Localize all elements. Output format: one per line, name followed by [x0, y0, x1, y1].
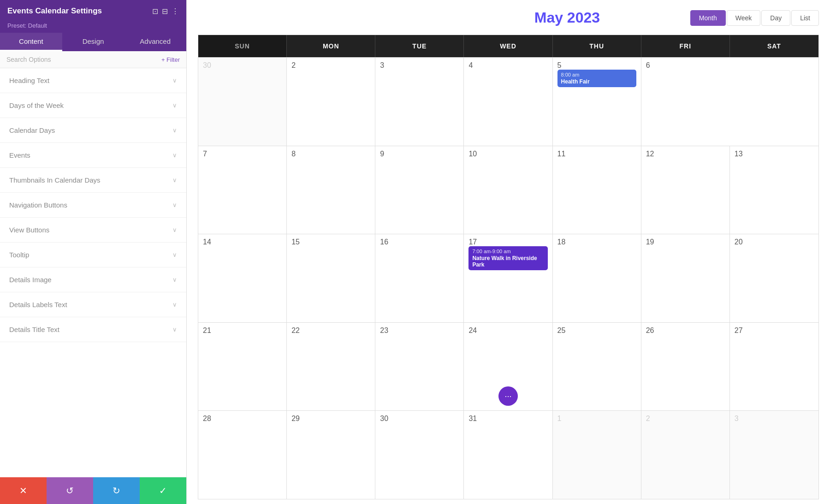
- cal-cell-14: 14: [198, 234, 287, 322]
- save-icon: ✓: [159, 485, 167, 496]
- cal-cell-apr30: 30: [198, 58, 287, 146]
- item-label: Heading Text: [9, 77, 49, 84]
- calendar-week-5: 28 29 30 31 1 2 3: [198, 410, 818, 499]
- tab-advanced[interactable]: Advanced: [124, 33, 186, 51]
- panel-item-heading-text[interactable]: Heading Text ∨: [0, 68, 186, 93]
- panel-title: Events Calendar Settings: [7, 6, 102, 16]
- cal-cell-4: 4: [464, 58, 552, 146]
- calendar-weeks: 30 2 3 4 5 8:00 am Health Fair 6 7 8 9 1: [198, 57, 818, 499]
- day-header-fri: FRI: [641, 35, 730, 57]
- cal-cell-17: 17 7:00 am-9:00 am Nature Walk in Rivers…: [464, 234, 552, 322]
- more-icon[interactable]: ⋮: [172, 7, 179, 16]
- view-day-button[interactable]: Day: [761, 10, 790, 26]
- cal-cell-29: 29: [287, 411, 375, 499]
- chevron-down-icon: ∨: [172, 251, 177, 258]
- minimize-icon[interactable]: ⊡: [152, 7, 158, 16]
- panel-items-list: Heading Text ∨ Days of the Week ∨ Calend…: [0, 68, 186, 504]
- columns-icon[interactable]: ⊟: [162, 7, 168, 16]
- panel-item-events[interactable]: Events ∨: [0, 143, 186, 168]
- cal-cell-7: 7: [198, 146, 287, 234]
- chevron-down-icon: ∨: [172, 77, 177, 84]
- event-time: 7:00 am-9:00 am: [472, 249, 544, 254]
- cancel-icon: ✕: [19, 485, 27, 496]
- cal-cell-15: 15: [287, 234, 375, 322]
- calendar-week-2: 7 8 9 10 11 12 13: [198, 146, 818, 234]
- day-header-tue: TUE: [375, 35, 464, 57]
- tab-content[interactable]: Content: [0, 33, 62, 51]
- calendar-grid: SUN MON TUE WED THU FRI SAT 30 2 3 4 5 8…: [198, 35, 819, 499]
- panel-preset: Preset: Default: [0, 20, 186, 33]
- cal-cell-jun1: 1: [553, 411, 641, 499]
- chevron-down-icon: ∨: [172, 102, 177, 109]
- cal-cell-11: 11: [553, 146, 641, 234]
- tab-design[interactable]: Design: [62, 33, 125, 51]
- cal-cell-25: 25: [553, 323, 641, 411]
- view-list-button[interactable]: List: [791, 10, 819, 26]
- item-label: Events: [9, 151, 30, 159]
- cal-cell-3: 3: [375, 58, 464, 146]
- cal-cell-19: 19: [641, 234, 730, 322]
- item-label: Thumbnails In Calendar Days: [9, 176, 101, 184]
- panel-item-details-image[interactable]: Details Image ∨: [0, 267, 186, 292]
- item-label: Navigation Buttons: [9, 201, 67, 209]
- cal-cell-23: 23: [375, 323, 464, 411]
- calendar-week-4: 21 22 23 24 ··· 25 26 27: [198, 322, 818, 411]
- item-label: Days of the Week: [9, 101, 64, 109]
- cal-cell-16: 16: [375, 234, 464, 322]
- calendar-header: May 2023 Month Week Day List: [198, 9, 819, 26]
- filter-button[interactable]: + Filter: [161, 56, 180, 63]
- panel-item-view-buttons[interactable]: View Buttons ∨: [0, 218, 186, 243]
- item-label: Details Title Text: [9, 326, 59, 333]
- cal-cell-22: 22: [287, 323, 375, 411]
- event-nature-walk[interactable]: 7:00 am-9:00 am Nature Walk in Riverside…: [468, 246, 547, 270]
- cal-cell-8: 8: [287, 146, 375, 234]
- panel-header: Events Calendar Settings ⊡ ⊟ ⋮: [0, 0, 186, 20]
- cal-cell-jun3: 3: [730, 411, 818, 499]
- redo-icon: ↻: [113, 485, 120, 496]
- event-name: Health Fair: [561, 78, 633, 85]
- cal-cell-27: 27: [730, 323, 818, 411]
- chevron-down-icon: ∨: [172, 127, 177, 134]
- chevron-down-icon: ∨: [172, 202, 177, 208]
- chevron-down-icon: ∨: [172, 326, 177, 333]
- cal-cell-13: 13: [730, 146, 818, 234]
- panel-item-details-labels[interactable]: Details Labels Text ∨: [0, 292, 186, 317]
- cal-cell-jun2: 2: [641, 411, 730, 499]
- chevron-down-icon: ∨: [172, 152, 177, 159]
- panel-header-icons: ⊡ ⊟ ⋮: [152, 7, 179, 16]
- panel-item-calendar-days[interactable]: Calendar Days ∨: [0, 118, 186, 143]
- panel-item-nav-buttons[interactable]: Navigation Buttons ∨: [0, 193, 186, 218]
- save-button[interactable]: ✓: [140, 477, 186, 504]
- more-events-dot[interactable]: ···: [498, 386, 518, 406]
- panel-item-days-of-week[interactable]: Days of the Week ∨: [0, 93, 186, 118]
- chevron-down-icon: ∨: [172, 276, 177, 283]
- cal-cell-30: 30: [375, 411, 464, 499]
- panel-item-tooltip[interactable]: Tooltip ∨: [0, 243, 186, 267]
- cal-cell-6: 6: [641, 58, 730, 146]
- view-month-button[interactable]: Month: [690, 10, 726, 26]
- cal-cell-12: 12: [641, 146, 730, 234]
- cal-cell-21: 21: [198, 323, 287, 411]
- cal-cell-28: 28: [198, 411, 287, 499]
- day-header-thu: THU: [553, 35, 641, 57]
- preset-label[interactable]: Preset: Default: [7, 22, 47, 29]
- panel-item-thumbnails[interactable]: Thumbnails In Calendar Days ∨: [0, 168, 186, 193]
- redo-button[interactable]: ↻: [93, 477, 140, 504]
- item-label: Details Image: [9, 276, 52, 284]
- item-label: View Buttons: [9, 226, 49, 234]
- item-label: Tooltip: [9, 251, 29, 259]
- calendar-week-3: 14 15 16 17 7:00 am-9:00 am Nature Walk …: [198, 234, 818, 322]
- view-week-button[interactable]: Week: [727, 10, 761, 26]
- panel-item-details-title[interactable]: Details Title Text ∨: [0, 317, 186, 342]
- cancel-button[interactable]: ✕: [0, 477, 47, 504]
- event-name: Nature Walk in Riverside Park: [472, 255, 544, 268]
- day-header-wed: WED: [464, 35, 552, 57]
- event-health-fair[interactable]: 8:00 am Health Fair: [557, 70, 636, 87]
- cal-cell-5: 5 8:00 am Health Fair: [553, 58, 641, 146]
- item-label: Calendar Days: [9, 126, 55, 134]
- cal-cell-9: 9: [375, 146, 464, 234]
- undo-icon: ↺: [66, 485, 74, 496]
- chevron-down-icon: ∨: [172, 177, 177, 184]
- undo-button[interactable]: ↺: [47, 477, 93, 504]
- cal-cell-2: 2: [287, 58, 375, 146]
